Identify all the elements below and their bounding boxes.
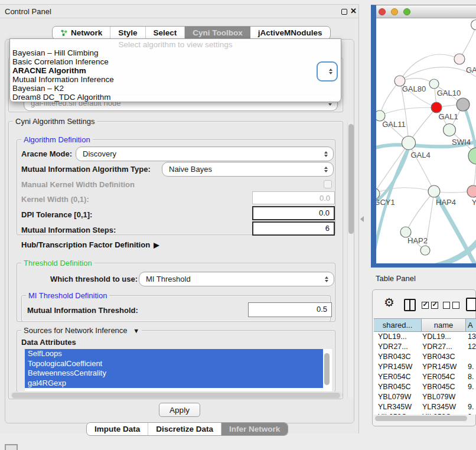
settings-vertical-scrollbar[interactable] xyxy=(347,121,354,399)
column-header-shared-[interactable]: shared... xyxy=(374,319,422,331)
column-header-a[interactable]: A xyxy=(466,319,476,331)
mi-threshold-field[interactable]: 0.5 xyxy=(248,302,332,317)
settings-horizontal-scrollbar[interactable] xyxy=(11,392,343,399)
mi-type-label: Mutual Information Algorithm Type: xyxy=(21,165,151,174)
mi-algorithm-type-combo[interactable]: Naive Bayes xyxy=(162,162,334,177)
algorithm-option-bayesian-hill-climbing[interactable]: Bayesian – Hill Climbing xyxy=(10,48,341,57)
network-graph: GALGAL80GAL10GAL1GAL11SWI4GAL4GCY1HAP4YH… xyxy=(376,19,476,263)
attribute-item-betweennesscentrality[interactable]: BetweennessCentrality xyxy=(25,369,323,379)
checked-checkbox-icon-1[interactable] xyxy=(422,302,429,309)
network-node-gray[interactable] xyxy=(457,98,470,111)
attributes-list-scrollbar[interactable] xyxy=(324,353,330,385)
table-cell: YLR345W xyxy=(422,402,466,412)
aracne-mode-combo[interactable]: Discovery xyxy=(76,146,334,161)
checked-checkbox-icon-2[interactable] xyxy=(431,302,438,309)
table-cell: YDL19... xyxy=(422,332,466,342)
tab-network[interactable]: Network xyxy=(53,27,110,39)
table-row[interactable]: YBR043CYBR043C xyxy=(374,352,476,362)
kernel-width-field[interactable]: 0.0 xyxy=(252,191,335,204)
tab-infer-network[interactable]: Infer Network xyxy=(221,423,288,435)
network-node-gal[interactable] xyxy=(454,54,465,64)
mini-float-icon[interactable] xyxy=(5,444,18,450)
network-window-titlebar[interactable] xyxy=(376,5,476,18)
manual-kernel-checkbox[interactable] xyxy=(324,180,332,188)
network-node-gal10[interactable] xyxy=(429,79,439,89)
combo-spinner-icon xyxy=(324,151,328,157)
table-cell: YBR045C xyxy=(422,382,466,392)
document-icon[interactable] xyxy=(466,298,476,311)
float-window-icon[interactable] xyxy=(341,9,347,15)
network-node-swi4[interactable] xyxy=(444,124,456,136)
table-cell: YPR145W xyxy=(374,362,422,372)
algorithm-option-dream8-dc-tdc-algorithm[interactable]: Dream8 DC_TDC Algorithm xyxy=(10,93,341,102)
hub-definition-expander[interactable]: Hub/Transcription Factor Definition▶ xyxy=(21,240,159,249)
close-icon[interactable]: ✕ xyxy=(350,6,357,15)
unchecked-checkbox-icon-1[interactable] xyxy=(443,302,450,309)
network-node-top-right[interactable] xyxy=(471,20,476,30)
which-threshold-value: MI Threshold xyxy=(146,275,191,283)
inference-algorithm-combo[interactable] xyxy=(317,61,338,81)
network-node-bottom[interactable] xyxy=(420,246,430,255)
tab-discretize-data[interactable]: Discretize Data xyxy=(148,423,221,435)
node-label-gal10: GAL10 xyxy=(437,89,461,97)
dpi-tolerance-label: DPI Tolerance [0,1]: xyxy=(21,210,92,219)
network-node-gal1[interactable] xyxy=(431,102,442,113)
table-row[interactable]: YLR345WYLR345W9. xyxy=(374,402,476,412)
table-horizontal-scrollbar[interactable] xyxy=(374,415,475,422)
minimize-traffic-light[interactable] xyxy=(391,8,398,15)
table-row[interactable]: YBL079WYBL079W xyxy=(374,392,476,402)
tab-style[interactable]: Style xyxy=(110,27,145,39)
table-row[interactable]: YDR27...YDR27...12 xyxy=(374,342,476,352)
aracne-mode-label: Aracne Mode: xyxy=(21,149,72,158)
split-columns-icon[interactable] xyxy=(404,299,416,311)
tab-jactivemnodules[interactable]: jActiveMNodules xyxy=(250,27,330,39)
table-cell: 13 xyxy=(466,332,476,342)
table-cell xyxy=(466,352,476,362)
control-panel-window: Control Panel ✕ Inference Algorithm gal-… xyxy=(0,4,359,433)
table-row[interactable]: YPR145WYPR145W9. xyxy=(374,362,476,372)
table-panel: ⚙ shared...nameA YDL19...YDL19...13YDR27… xyxy=(372,289,476,426)
tab-label: jActiveMNodules xyxy=(258,28,322,37)
node-label-hap2: HAP2 xyxy=(407,236,428,245)
apply-button[interactable]: Apply xyxy=(159,403,200,417)
network-node-big-green[interactable] xyxy=(468,148,476,164)
mi-steps-field[interactable]: 6 xyxy=(252,221,335,236)
tab-label: Style xyxy=(118,28,137,37)
node-attribute-table: shared...nameA YDL19...YDL19...13YDR27..… xyxy=(374,318,476,415)
tab-select[interactable]: Select xyxy=(146,27,185,39)
which-threshold-combo[interactable]: MI Threshold xyxy=(139,272,334,286)
table-row[interactable]: YBR045CYBR045C9. xyxy=(374,382,476,392)
node-label-y: Y xyxy=(472,198,476,207)
close-traffic-light[interactable] xyxy=(379,8,386,15)
table-row[interactable]: YER054CYER054C8. xyxy=(374,372,476,382)
expander-down-arrow-icon[interactable]: ▼ xyxy=(133,327,139,334)
table-cell: YBR043C xyxy=(374,352,422,362)
tab-cyni-toolbox[interactable]: Cyni Toolbox xyxy=(185,27,250,39)
dpi-tolerance-field[interactable]: 0.0 xyxy=(252,206,335,220)
tab-impute-data[interactable]: Impute Data xyxy=(87,423,148,435)
algorithm-option-aracne-algorithm[interactable]: ARACNE Algorithm xyxy=(10,66,341,75)
table-row[interactable]: YDL19...YDL19...13 xyxy=(374,332,476,342)
column-header-name[interactable]: name xyxy=(422,319,466,331)
zoom-traffic-light[interactable] xyxy=(403,8,410,15)
attribute-item-gal4rgexp[interactable]: gal4RGexp xyxy=(25,379,323,389)
table-rows: YDL19...YDL19...13YDR27...YDR27...12YBR0… xyxy=(374,332,476,415)
unchecked-checkbox-icon-2[interactable] xyxy=(452,302,459,309)
data-attributes-list: SelfLoopsTopologicalCoefficientBetweenne… xyxy=(25,349,332,391)
network-node-y[interactable] xyxy=(467,185,476,197)
attribute-item-selfloops[interactable]: SelfLoops xyxy=(25,349,323,359)
gear-icon[interactable]: ⚙ xyxy=(384,296,395,308)
splitter-collapse-handle[interactable] xyxy=(360,216,364,222)
attribute-item-topologicalcoefficient[interactable]: TopologicalCoefficient xyxy=(25,359,323,369)
algorithm-option-basic-correlation-inference[interactable]: Basic Correlation Inference xyxy=(10,57,341,66)
network-node-hap4[interactable] xyxy=(428,185,440,197)
network-tab-icon xyxy=(60,29,68,37)
settings-group-title: Cyni Algorithm Settings xyxy=(13,117,97,126)
tab-label: Infer Network xyxy=(229,425,280,433)
network-canvas[interactable]: GALGAL80GAL10GAL1GAL11SWI4GAL4GCY1HAP4YH… xyxy=(376,19,476,263)
algorithm-option-mutual-information-inference[interactable]: Mutual Information Inference xyxy=(10,75,341,84)
network-node-gal4[interactable] xyxy=(402,136,416,150)
algorithm-option-bayesian-k2[interactable]: Bayesian – K2 xyxy=(10,84,341,93)
algorithm-placeholder: Select algorithm to view settings xyxy=(10,39,341,48)
tab-label: Cyni Toolbox xyxy=(193,28,243,37)
